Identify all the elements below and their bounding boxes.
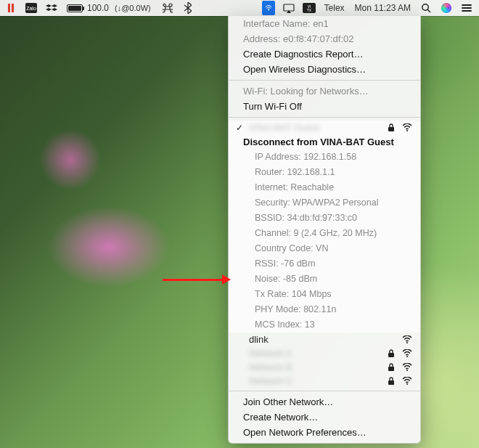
detail-noise: Noise: -85 dBm <box>229 272 420 287</box>
zalo-icon[interactable]: Zalo <box>25 1 38 15</box>
wifi-signal-icon <box>401 363 413 371</box>
svg-line-8 <box>427 9 430 12</box>
wifi-signal-icon <box>401 377 413 385</box>
svg-point-2 <box>268 10 269 11</box>
siri-icon[interactable] <box>440 1 453 15</box>
svg-point-7 <box>422 4 428 10</box>
svg-text:Zalo: Zalo <box>26 6 36 11</box>
svg-rect-3 <box>284 4 294 11</box>
input-source-label[interactable]: Telex <box>323 3 346 13</box>
svg-point-10 <box>406 130 408 131</box>
detail-channel: Channel: 9 (2.4 GHz, 20 MHz) <box>229 226 420 241</box>
wifi-signal-icon <box>401 349 413 357</box>
menubar: Zalo 100.0 (↓@0.0W) <box>0 0 479 16</box>
wifi-signal-icon <box>401 335 413 343</box>
join-other-network-item[interactable]: Join Other Network… <box>229 394 420 410</box>
svg-point-17 <box>406 383 408 385</box>
network-name: dlink <box>249 334 381 345</box>
wifi-dropdown-panel: Interface Name: en1 Address: e0:f8:47:07… <box>228 16 421 444</box>
network-row-dlink[interactable]: dlink <box>229 333 420 346</box>
battery-power: (↓@0.0W) <box>113 4 152 12</box>
battery-percent: 100.0 <box>86 3 110 13</box>
detail-txrate: Tx Rate: 104 Mbps <box>229 287 420 302</box>
detail-internet: Internet: Reachable <box>229 180 420 195</box>
network-name: Network B <box>249 362 381 372</box>
svg-point-13 <box>406 356 408 357</box>
turn-wifi-off-item[interactable]: Turn Wi-Fi Off <box>229 99 420 114</box>
svg-rect-14 <box>388 367 394 371</box>
svg-point-15 <box>406 370 408 371</box>
network-row-hidden[interactable]: Network A <box>229 346 420 360</box>
svg-rect-12 <box>388 353 394 357</box>
menubar-clock[interactable]: Mon 11:23 AM <box>353 3 412 13</box>
detail-country: Country Code: VN <box>229 241 420 256</box>
svg-point-11 <box>406 342 408 343</box>
annotation-arrow <box>163 274 231 285</box>
detail-rssi: RSSI: -76 dBm <box>229 256 420 272</box>
network-row-hidden[interactable]: Network B <box>229 360 420 374</box>
detail-phy: PHY Mode: 802.11n <box>229 302 420 317</box>
lock-icon <box>385 363 397 372</box>
open-network-preferences-item[interactable]: Open Network Preferences… <box>229 425 420 440</box>
bluetooth-icon[interactable] <box>181 1 195 15</box>
detail-ip: IP Address: 192.168.1.58 <box>229 150 420 165</box>
command-icon[interactable] <box>161 1 174 15</box>
svg-rect-16 <box>388 380 394 385</box>
lock-icon <box>385 377 397 386</box>
separator <box>229 391 420 391</box>
wifi-status-row: Wi-Fi: Looking for Networks… <box>229 84 420 99</box>
input-source-icon[interactable]: VITX <box>303 1 316 15</box>
wifi-signal-icon <box>401 123 413 131</box>
pause-icon[interactable] <box>4 1 17 15</box>
separator <box>229 80 420 81</box>
separator <box>229 117 420 118</box>
battery-icon <box>67 4 83 12</box>
create-network-item[interactable]: Create Network… <box>229 410 420 425</box>
svg-rect-9 <box>388 127 394 131</box>
spotlight-icon[interactable] <box>419 1 433 15</box>
lock-icon <box>385 349 397 358</box>
mac-address-row: Address: e0:f8:47:07:df:02 <box>229 31 420 46</box>
detail-router: Router: 192.168.1.1 <box>229 165 420 180</box>
current-network-name: VINA-BAT Guest <box>249 122 381 133</box>
battery-status[interactable]: 100.0 (↓@0.0W) <box>65 3 154 13</box>
current-network-row[interactable]: ✓ VINA-BAT Guest <box>229 121 420 134</box>
svg-text:TX: TX <box>306 8 311 12</box>
lock-icon <box>385 123 397 132</box>
checkmark-icon: ✓ <box>234 123 245 133</box>
detail-security: Security: WPA/WPA2 Personal <box>229 195 420 211</box>
dropbox-icon[interactable] <box>45 1 58 15</box>
disconnect-item[interactable]: Disconnect from VINA-BAT Guest <box>229 134 420 150</box>
detail-bssid: BSSID: 34:db:fd:97:33:c0 <box>229 211 420 226</box>
wifi-menubar-icon[interactable] <box>262 1 275 15</box>
desktop-background: Zalo 100.0 (↓@0.0W) <box>0 0 479 448</box>
notification-center-icon[interactable] <box>460 1 473 15</box>
network-name: Network C <box>249 375 381 386</box>
airplay-icon[interactable] <box>282 1 295 15</box>
open-wireless-diagnostics-item[interactable]: Open Wireless Diagnostics… <box>229 62 420 77</box>
current-network-block: ✓ VINA-BAT Guest Disconnect from VINA-BA… <box>229 121 420 333</box>
network-row-hidden[interactable]: Network C <box>229 374 420 388</box>
interface-name-row: Interface Name: en1 <box>229 16 420 31</box>
network-name: Network A <box>249 348 381 359</box>
detail-mcs: MCS Index: 13 <box>229 317 420 333</box>
create-diagnostics-item[interactable]: Create Diagnostics Report… <box>229 46 420 62</box>
